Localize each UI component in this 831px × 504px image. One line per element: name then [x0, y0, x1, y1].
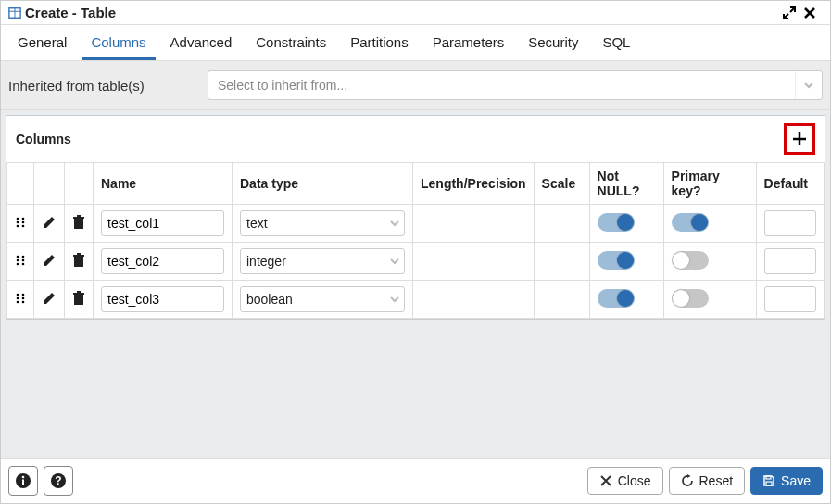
primary-key-toggle[interactable]	[672, 289, 709, 308]
svg-point-16	[17, 262, 19, 265]
inherit-row: Inherited from table(s) Select to inheri…	[1, 61, 830, 110]
svg-point-31	[22, 476, 25, 479]
svg-rect-35	[766, 476, 771, 479]
close-x-icon	[599, 474, 612, 487]
svg-rect-9	[74, 219, 83, 229]
dialog-title: Create - Table	[25, 5, 116, 20]
table-icon	[8, 6, 21, 19]
columns-table: Name Data type Length/Precision Scale No…	[6, 162, 825, 319]
table-row: text	[7, 205, 825, 243]
primary-key-toggle[interactable]	[672, 251, 709, 270]
not-null-toggle[interactable]	[598, 213, 635, 232]
data-type-select[interactable]: text	[240, 210, 405, 236]
tab-columns[interactable]: Columns	[82, 25, 155, 60]
svg-rect-27	[74, 295, 83, 305]
scale-cell[interactable]	[534, 281, 589, 319]
svg-text:?: ?	[55, 474, 61, 487]
default-input[interactable]	[764, 286, 816, 312]
tab-general[interactable]: General	[8, 25, 76, 60]
close-button-label: Close	[618, 473, 651, 488]
scale-cell[interactable]	[534, 205, 589, 243]
svg-rect-11	[77, 215, 81, 217]
info-button[interactable]	[8, 466, 38, 496]
col-header-datatype: Data type	[233, 163, 413, 205]
col-header-scale: Scale	[534, 163, 589, 205]
tab-partitions[interactable]: Partitions	[341, 25, 418, 60]
data-type-select[interactable]: boolean	[240, 286, 405, 312]
create-table-dialog: Create - Table General Columns Advanced …	[0, 0, 831, 504]
col-header-default: Default	[756, 163, 824, 205]
columns-panel-header: Columns	[6, 116, 825, 162]
drag-handle-icon[interactable]	[15, 292, 26, 305]
svg-rect-28	[73, 293, 84, 295]
tab-parameters[interactable]: Parameters	[423, 25, 514, 60]
edit-row-button[interactable]	[42, 215, 57, 230]
tabs: General Columns Advanced Constraints Par…	[1, 25, 830, 61]
drag-handle-icon[interactable]	[15, 254, 26, 267]
close-button[interactable]: Close	[587, 467, 663, 495]
primary-key-toggle[interactable]	[672, 213, 709, 232]
save-button-label: Save	[781, 473, 811, 488]
tab-advanced[interactable]: Advanced	[161, 25, 242, 60]
chevron-down-icon	[384, 219, 399, 228]
save-button[interactable]: Save	[750, 467, 823, 495]
delete-row-button[interactable]	[72, 253, 85, 268]
data-type-select[interactable]: integer	[240, 248, 405, 274]
inherit-select[interactable]: Select to inherit from...	[208, 70, 823, 100]
drag-handle-icon[interactable]	[15, 216, 26, 229]
delete-row-button[interactable]	[72, 215, 85, 230]
table-row: integer	[7, 243, 825, 281]
scale-cell[interactable]	[534, 243, 589, 281]
col-header-pk: Primary key?	[663, 163, 756, 205]
svg-point-23	[17, 296, 19, 299]
columns-header-row: Name Data type Length/Precision Scale No…	[7, 163, 825, 205]
save-icon	[762, 474, 775, 487]
svg-rect-20	[77, 253, 81, 255]
chevron-down-icon	[384, 257, 399, 266]
svg-point-26	[22, 300, 25, 303]
svg-point-13	[22, 255, 25, 258]
svg-rect-32	[22, 480, 24, 485]
help-button[interactable]: ?	[44, 466, 73, 496]
col-header-length: Length/Precision	[413, 163, 535, 205]
titlebar: Create - Table	[1, 1, 830, 25]
svg-point-14	[17, 258, 19, 261]
svg-point-21	[17, 293, 19, 296]
svg-point-24	[22, 296, 25, 299]
close-icon[interactable]	[802, 6, 823, 20]
svg-point-7	[17, 224, 19, 227]
tab-security[interactable]: Security	[519, 25, 587, 60]
column-name-input[interactable]	[101, 286, 224, 312]
not-null-toggle[interactable]	[598, 289, 635, 308]
column-name-input[interactable]	[101, 248, 224, 274]
svg-point-8	[22, 224, 25, 227]
col-header-notnull: Not NULL?	[589, 163, 663, 205]
edit-row-button[interactable]	[42, 291, 57, 306]
default-input[interactable]	[764, 210, 816, 236]
svg-point-22	[22, 293, 25, 296]
delete-row-button[interactable]	[72, 291, 85, 306]
length-cell[interactable]	[413, 281, 535, 319]
tab-sql[interactable]: SQL	[593, 25, 639, 60]
reset-icon	[681, 474, 694, 487]
length-cell[interactable]	[413, 243, 535, 281]
edit-row-button[interactable]	[42, 253, 57, 268]
svg-rect-29	[77, 291, 81, 293]
columns-body: Columns Name Data type Length/Precision …	[1, 110, 830, 458]
not-null-toggle[interactable]	[598, 251, 635, 270]
chevron-down-icon	[384, 295, 399, 304]
svg-rect-10	[73, 217, 84, 219]
data-type-value: boolean	[246, 292, 293, 307]
col-header-name: Name	[94, 163, 233, 205]
column-name-input[interactable]	[101, 210, 224, 236]
tab-constraints[interactable]: Constraints	[246, 25, 335, 60]
svg-point-3	[17, 217, 19, 220]
data-type-value: integer	[246, 254, 286, 269]
length-cell[interactable]	[413, 205, 535, 243]
add-column-button[interactable]	[784, 123, 815, 155]
expand-icon[interactable]	[782, 6, 802, 20]
svg-point-6	[22, 220, 25, 223]
default-input[interactable]	[764, 248, 816, 274]
inherit-label: Inherited from table(s)	[8, 78, 208, 94]
reset-button[interactable]: Reset	[669, 467, 746, 495]
